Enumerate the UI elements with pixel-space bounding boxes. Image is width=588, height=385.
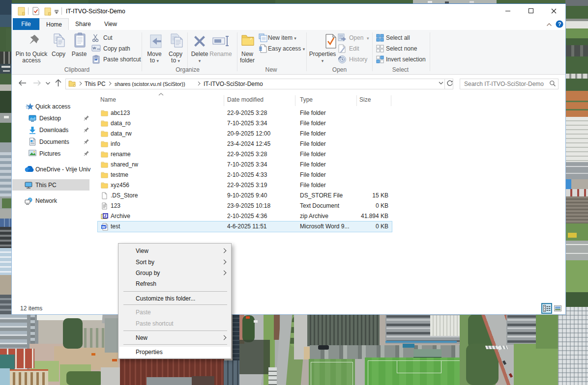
svg-text:W: W [102,225,105,229]
svg-text:Z: Z [104,214,107,218]
svg-text:?: ? [558,21,561,27]
